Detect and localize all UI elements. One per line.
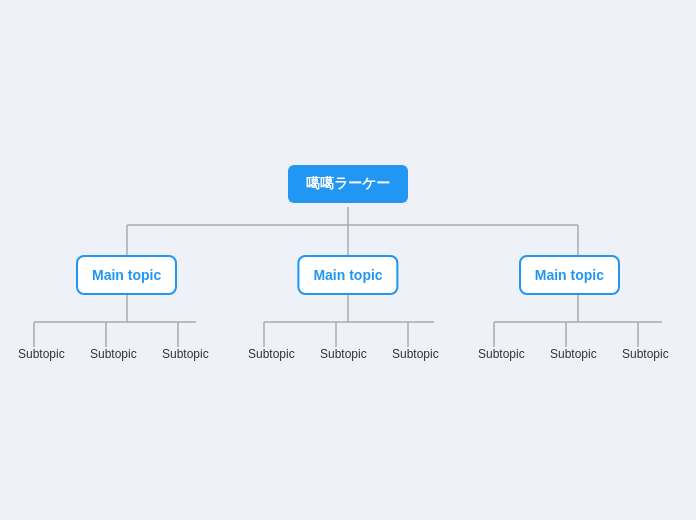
subtopic-right-1[interactable]: Subtopic: [478, 347, 525, 361]
subtopic-right-2[interactable]: Subtopic: [550, 347, 597, 361]
subtopic-left-3[interactable]: Subtopic: [162, 347, 209, 361]
subtopic-left-2[interactable]: Subtopic: [90, 347, 137, 361]
subtopic-left-1-label: Subtopic: [18, 347, 65, 361]
subtopic-center-2-label: Subtopic: [320, 347, 367, 361]
subtopic-center-1[interactable]: Subtopic: [248, 347, 295, 361]
subtopic-right-3-label: Subtopic: [622, 347, 669, 361]
subtopic-right-2-label: Subtopic: [550, 347, 597, 361]
main-topic-left[interactable]: Main topic: [76, 255, 177, 295]
subtopic-left-2-label: Subtopic: [90, 347, 137, 361]
subtopic-center-3-label: Subtopic: [392, 347, 439, 361]
diagram-container: 噶噶ラーケー Main topic Main topic Main topic …: [0, 0, 696, 520]
main-topic-right-label: Main topic: [535, 267, 604, 283]
subtopic-left-1[interactable]: Subtopic: [18, 347, 65, 361]
subtopic-right-3[interactable]: Subtopic: [622, 347, 669, 361]
subtopic-center-2[interactable]: Subtopic: [320, 347, 367, 361]
main-topic-center[interactable]: Main topic: [297, 255, 398, 295]
subtopic-right-1-label: Subtopic: [478, 347, 525, 361]
root-node[interactable]: 噶噶ラーケー: [288, 165, 408, 203]
main-topic-center-label: Main topic: [313, 267, 382, 283]
subtopic-left-3-label: Subtopic: [162, 347, 209, 361]
main-topic-right[interactable]: Main topic: [519, 255, 620, 295]
root-label: 噶噶ラーケー: [306, 175, 390, 191]
subtopic-center-1-label: Subtopic: [248, 347, 295, 361]
main-topic-left-label: Main topic: [92, 267, 161, 283]
subtopic-center-3[interactable]: Subtopic: [392, 347, 439, 361]
